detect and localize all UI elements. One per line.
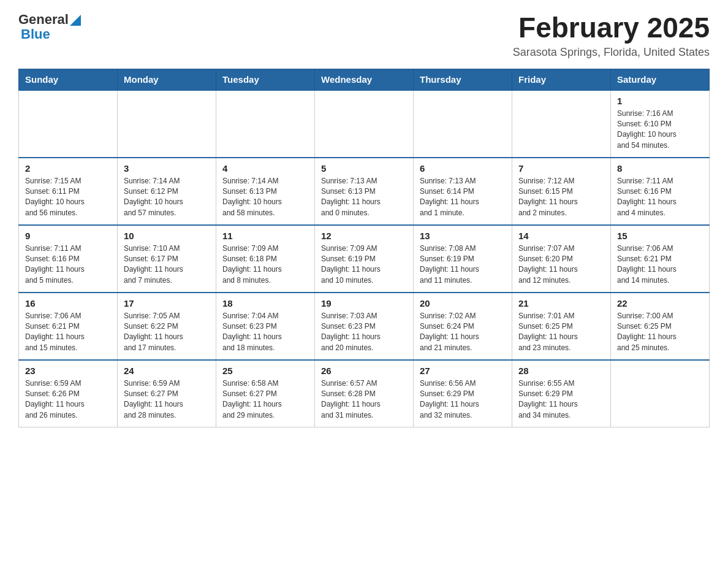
day-info: Sunrise: 7:11 AM Sunset: 6:16 PM Dayligh…	[617, 176, 703, 219]
calendar-cell: 6Sunrise: 7:13 AM Sunset: 6:14 PM Daylig…	[414, 158, 512, 225]
day-info: Sunrise: 7:10 AM Sunset: 6:17 PM Dayligh…	[124, 243, 210, 286]
calendar-cell: 12Sunrise: 7:09 AM Sunset: 6:19 PM Dayli…	[315, 225, 414, 293]
title-area: February 2025 Sarasota Springs, Florida,…	[513, 12, 710, 59]
calendar-cell: 20Sunrise: 7:02 AM Sunset: 6:24 PM Dayli…	[414, 293, 512, 360]
weekday-header-sunday: Sunday	[19, 69, 118, 90]
page-header: General Blue February 2025 Sarasota Spri…	[18, 12, 710, 59]
weekday-header-saturday: Saturday	[611, 69, 710, 90]
svg-marker-0	[70, 15, 81, 26]
day-info: Sunrise: 7:11 AM Sunset: 6:16 PM Dayligh…	[25, 243, 111, 286]
day-info: Sunrise: 7:15 AM Sunset: 6:11 PM Dayligh…	[25, 176, 111, 219]
day-info: Sunrise: 7:05 AM Sunset: 6:22 PM Dayligh…	[124, 311, 210, 354]
calendar-cell: 13Sunrise: 7:08 AM Sunset: 6:19 PM Dayli…	[414, 225, 512, 293]
day-info: Sunrise: 7:04 AM Sunset: 6:23 PM Dayligh…	[222, 311, 308, 354]
calendar-cell	[315, 90, 414, 158]
day-number: 22	[617, 298, 703, 308]
day-number: 27	[420, 366, 506, 376]
calendar-cell	[414, 90, 512, 158]
day-info: Sunrise: 7:08 AM Sunset: 6:19 PM Dayligh…	[420, 243, 506, 286]
day-number: 24	[124, 366, 210, 376]
calendar-cell	[216, 90, 315, 158]
day-number: 4	[222, 163, 308, 174]
weekday-header-monday: Monday	[118, 69, 216, 90]
calendar-cell: 21Sunrise: 7:01 AM Sunset: 6:25 PM Dayli…	[512, 293, 611, 360]
day-number: 26	[321, 366, 407, 376]
day-info: Sunrise: 7:00 AM Sunset: 6:25 PM Dayligh…	[617, 311, 703, 354]
calendar-cell: 4Sunrise: 7:14 AM Sunset: 6:13 PM Daylig…	[216, 158, 315, 225]
day-info: Sunrise: 7:09 AM Sunset: 6:18 PM Dayligh…	[222, 243, 308, 286]
calendar-cell: 23Sunrise: 6:59 AM Sunset: 6:26 PM Dayli…	[19, 360, 118, 427]
weekday-header-tuesday: Tuesday	[216, 69, 315, 90]
day-info: Sunrise: 6:59 AM Sunset: 6:26 PM Dayligh…	[25, 378, 111, 421]
calendar-cell: 10Sunrise: 7:10 AM Sunset: 6:17 PM Dayli…	[118, 225, 216, 293]
day-info: Sunrise: 7:13 AM Sunset: 6:13 PM Dayligh…	[321, 176, 407, 219]
calendar-cell	[512, 90, 611, 158]
day-number: 19	[321, 298, 407, 308]
day-info: Sunrise: 7:16 AM Sunset: 6:10 PM Dayligh…	[617, 109, 703, 151]
calendar-cell: 11Sunrise: 7:09 AM Sunset: 6:18 PM Dayli…	[216, 225, 315, 293]
logo-triangle-icon	[70, 15, 81, 26]
day-info: Sunrise: 6:56 AM Sunset: 6:29 PM Dayligh…	[420, 378, 506, 421]
weekday-header-wednesday: Wednesday	[315, 69, 414, 90]
day-number: 2	[25, 163, 111, 174]
week-row-2: 9Sunrise: 7:11 AM Sunset: 6:16 PM Daylig…	[19, 225, 710, 293]
day-info: Sunrise: 7:06 AM Sunset: 6:21 PM Dayligh…	[25, 311, 111, 354]
calendar-cell: 18Sunrise: 7:04 AM Sunset: 6:23 PM Dayli…	[216, 293, 315, 360]
week-row-0: 1Sunrise: 7:16 AM Sunset: 6:10 PM Daylig…	[19, 90, 710, 158]
day-number: 11	[222, 231, 308, 241]
calendar-cell: 19Sunrise: 7:03 AM Sunset: 6:23 PM Dayli…	[315, 293, 414, 360]
day-info: Sunrise: 7:03 AM Sunset: 6:23 PM Dayligh…	[321, 311, 407, 354]
calendar-cell: 9Sunrise: 7:11 AM Sunset: 6:16 PM Daylig…	[19, 225, 118, 293]
day-info: Sunrise: 7:07 AM Sunset: 6:20 PM Dayligh…	[518, 243, 604, 286]
day-number: 12	[321, 231, 407, 241]
day-number: 6	[420, 163, 506, 174]
day-number: 21	[518, 298, 604, 308]
calendar-cell: 5Sunrise: 7:13 AM Sunset: 6:13 PM Daylig…	[315, 158, 414, 225]
calendar-cell	[611, 360, 710, 427]
week-row-4: 23Sunrise: 6:59 AM Sunset: 6:26 PM Dayli…	[19, 360, 710, 427]
day-number: 8	[617, 163, 703, 174]
day-info: Sunrise: 6:55 AM Sunset: 6:29 PM Dayligh…	[518, 378, 604, 421]
day-number: 16	[25, 298, 111, 308]
calendar-cell: 25Sunrise: 6:58 AM Sunset: 6:27 PM Dayli…	[216, 360, 315, 427]
calendar-cell: 1Sunrise: 7:16 AM Sunset: 6:10 PM Daylig…	[611, 90, 710, 158]
day-number: 18	[222, 298, 308, 308]
calendar-cell	[19, 90, 118, 158]
day-info: Sunrise: 6:57 AM Sunset: 6:28 PM Dayligh…	[321, 378, 407, 421]
weekday-header-row: SundayMondayTuesdayWednesdayThursdayFrid…	[19, 69, 710, 90]
day-number: 20	[420, 298, 506, 308]
day-info: Sunrise: 7:09 AM Sunset: 6:19 PM Dayligh…	[321, 243, 407, 286]
calendar-cell: 2Sunrise: 7:15 AM Sunset: 6:11 PM Daylig…	[19, 158, 118, 225]
day-number: 5	[321, 163, 407, 174]
calendar-cell: 16Sunrise: 7:06 AM Sunset: 6:21 PM Dayli…	[19, 293, 118, 360]
day-number: 15	[617, 231, 703, 241]
month-title: February 2025	[513, 12, 710, 44]
day-number: 13	[420, 231, 506, 241]
day-info: Sunrise: 7:12 AM Sunset: 6:15 PM Dayligh…	[518, 176, 604, 219]
day-number: 1	[617, 96, 703, 106]
day-info: Sunrise: 6:58 AM Sunset: 6:27 PM Dayligh…	[222, 378, 308, 421]
day-info: Sunrise: 7:01 AM Sunset: 6:25 PM Dayligh…	[518, 311, 604, 354]
calendar-cell: 14Sunrise: 7:07 AM Sunset: 6:20 PM Dayli…	[512, 225, 611, 293]
calendar-cell: 24Sunrise: 6:59 AM Sunset: 6:27 PM Dayli…	[118, 360, 216, 427]
calendar-cell: 3Sunrise: 7:14 AM Sunset: 6:12 PM Daylig…	[118, 158, 216, 225]
day-number: 3	[124, 163, 210, 174]
day-number: 10	[124, 231, 210, 241]
calendar-cell	[118, 90, 216, 158]
calendar-cell: 15Sunrise: 7:06 AM Sunset: 6:21 PM Dayli…	[611, 225, 710, 293]
day-number: 14	[518, 231, 604, 241]
day-number: 23	[25, 366, 111, 376]
weekday-header-friday: Friday	[512, 69, 611, 90]
week-row-1: 2Sunrise: 7:15 AM Sunset: 6:11 PM Daylig…	[19, 158, 710, 225]
day-info: Sunrise: 7:14 AM Sunset: 6:12 PM Dayligh…	[124, 176, 210, 219]
calendar-cell: 17Sunrise: 7:05 AM Sunset: 6:22 PM Dayli…	[118, 293, 216, 360]
day-number: 7	[518, 163, 604, 174]
day-info: Sunrise: 7:06 AM Sunset: 6:21 PM Dayligh…	[617, 243, 703, 286]
day-number: 17	[124, 298, 210, 308]
calendar-cell: 7Sunrise: 7:12 AM Sunset: 6:15 PM Daylig…	[512, 158, 611, 225]
calendar-cell: 27Sunrise: 6:56 AM Sunset: 6:29 PM Dayli…	[414, 360, 512, 427]
day-number: 9	[25, 231, 111, 241]
calendar-cell: 26Sunrise: 6:57 AM Sunset: 6:28 PM Dayli…	[315, 360, 414, 427]
logo-general-text: General	[18, 12, 69, 27]
location-subtitle: Sarasota Springs, Florida, United States	[513, 46, 710, 59]
